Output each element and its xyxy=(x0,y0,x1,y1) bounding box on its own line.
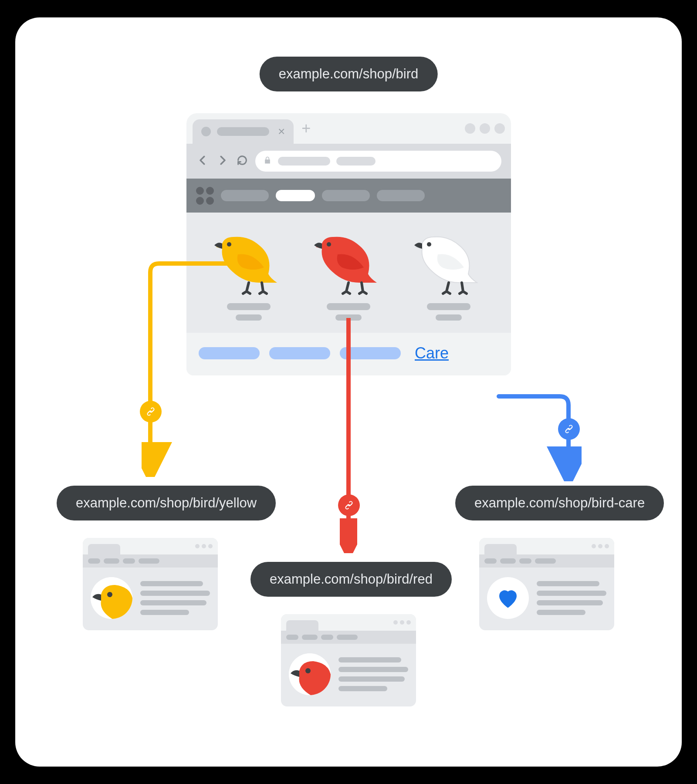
nav-item-placeholder xyxy=(377,190,425,201)
product-title-placeholder xyxy=(427,303,470,310)
nav-item-placeholder xyxy=(221,190,269,201)
url-pill-red: example.com/shop/bird/red xyxy=(250,562,452,597)
nav-item-active-placeholder xyxy=(276,190,315,201)
lock-icon xyxy=(263,156,272,166)
product-card-white xyxy=(405,228,492,321)
product-card-yellow xyxy=(205,228,292,321)
product-price-placeholder xyxy=(436,314,462,321)
footer-link-placeholder xyxy=(199,347,260,359)
tab-title-placeholder xyxy=(217,127,269,136)
content-placeholder xyxy=(537,581,606,615)
product-title-placeholder xyxy=(327,303,370,310)
bird-yellow-icon xyxy=(210,228,288,298)
url-pill-yellow: example.com/shop/bird/yellow xyxy=(57,486,276,520)
bird-red-icon xyxy=(309,228,388,298)
content-placeholder xyxy=(338,657,408,691)
footer-link-placeholder xyxy=(340,347,401,359)
avatar-red-bird-icon xyxy=(289,653,331,695)
product-card-red xyxy=(305,228,392,321)
svg-point-0 xyxy=(227,242,231,247)
main-browser-window: × + xyxy=(186,113,511,375)
mini-tabstrip xyxy=(281,614,416,631)
link-badge-yellow xyxy=(140,401,162,422)
url-pill-care: example.com/shop/bird-care xyxy=(455,486,664,520)
browser-tab-strip: × + xyxy=(186,113,511,144)
active-tab: × xyxy=(193,119,294,144)
mini-tabstrip xyxy=(83,538,218,554)
care-link: Care xyxy=(415,344,449,362)
footer-link-placeholder xyxy=(269,347,330,359)
nav-item-placeholder xyxy=(322,190,370,201)
address-bar xyxy=(255,151,501,172)
avatar-heart-icon xyxy=(487,577,529,619)
product-price-placeholder xyxy=(335,314,362,321)
diagram-canvas: example.com/shop/bird × + xyxy=(15,17,682,767)
svg-point-1 xyxy=(327,242,331,247)
mini-toolbar xyxy=(83,554,218,568)
tab-favicon-placeholder xyxy=(201,127,211,136)
svg-point-2 xyxy=(427,242,431,247)
product-grid xyxy=(186,213,511,333)
mini-browser-red xyxy=(281,614,416,706)
site-logo-icon xyxy=(196,187,214,205)
mini-browser-yellow xyxy=(83,538,218,630)
back-icon xyxy=(196,154,209,169)
avatar-yellow-bird-icon xyxy=(91,577,132,619)
close-tab-icon: × xyxy=(278,125,285,139)
content-placeholder xyxy=(140,581,210,615)
product-title-placeholder xyxy=(227,303,271,310)
forward-icon xyxy=(216,154,229,169)
svg-point-4 xyxy=(107,592,112,597)
window-controls xyxy=(465,123,505,134)
footer-link-row: Care xyxy=(186,333,511,375)
main-url-pill: example.com/shop/bird xyxy=(260,57,438,91)
link-badge-blue xyxy=(558,418,580,440)
link-badge-red xyxy=(338,494,360,516)
reload-icon xyxy=(236,154,248,168)
url-segment-placeholder xyxy=(336,157,376,166)
svg-point-6 xyxy=(305,668,311,673)
mini-toolbar xyxy=(281,631,416,644)
site-navigation xyxy=(186,179,511,213)
mini-browser-care xyxy=(479,538,614,630)
new-tab-icon: + xyxy=(301,119,311,138)
mini-toolbar xyxy=(479,554,614,568)
url-segment-placeholder xyxy=(278,157,330,166)
product-price-placeholder xyxy=(236,314,262,321)
browser-toolbar xyxy=(186,144,511,179)
bird-white-icon xyxy=(409,228,488,298)
mini-tabstrip xyxy=(479,538,614,554)
